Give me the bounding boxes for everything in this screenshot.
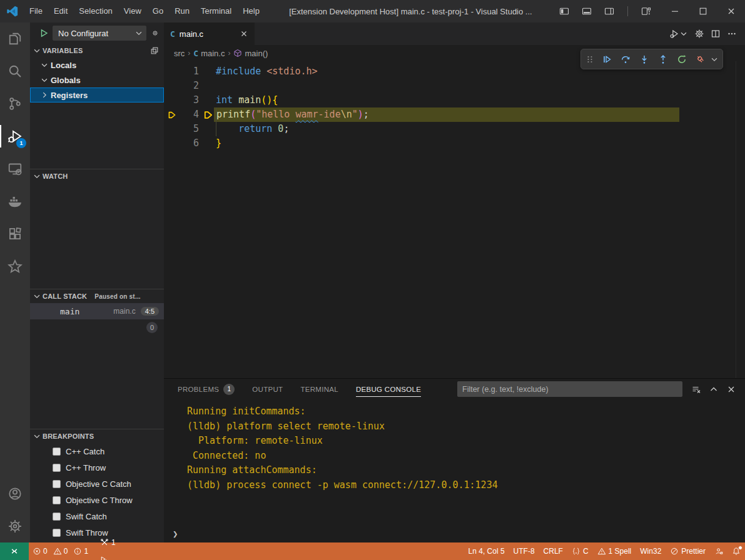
- window-controls: [661, 0, 745, 22]
- sidebar-item-explorer[interactable]: [0, 22, 30, 55]
- menu-help[interactable]: Help: [237, 0, 265, 22]
- breakpoints-header[interactable]: BREAKPOINTS: [30, 429, 164, 443]
- status-feedback[interactable]: [710, 542, 727, 560]
- step-over-button[interactable]: [617, 51, 634, 68]
- breakpoint-row[interactable]: Objective C Catch: [30, 476, 164, 492]
- menu-terminal[interactable]: Terminal: [195, 0, 237, 22]
- console-filter-input[interactable]: [462, 385, 677, 394]
- status-platform[interactable]: Win32: [636, 542, 666, 560]
- breakpoint-gutter[interactable]: [164, 122, 180, 136]
- panel-tab-output[interactable]: OUTPUT: [252, 379, 283, 399]
- breakpoint-checkbox[interactable]: [53, 480, 61, 488]
- status-eol[interactable]: CRLF: [539, 542, 567, 560]
- sidebar-item-favorites[interactable]: [0, 250, 30, 282]
- call-stack-extra-row[interactable]: 0: [30, 319, 164, 336]
- breakpoint-gutter[interactable]: [164, 64, 180, 79]
- maximize-panel-button[interactable]: [709, 384, 719, 394]
- sidebar-item-search[interactable]: [0, 55, 30, 88]
- status-notifications[interactable]: [727, 542, 745, 560]
- breakpoint-checkbox[interactable]: [53, 496, 61, 504]
- panel-tab-debug-console[interactable]: DEBUG CONSOLE: [356, 379, 421, 399]
- menu-file[interactable]: File: [24, 0, 48, 22]
- status-spell-checker[interactable]: 1 Spell: [593, 542, 636, 560]
- collapse-all-icon[interactable]: [150, 46, 159, 55]
- menu-edit[interactable]: Edit: [48, 0, 73, 22]
- breakpoint-checkbox[interactable]: [53, 512, 61, 521]
- settings-button[interactable]: [692, 27, 706, 41]
- status-debug-status[interactable]: [96, 551, 120, 560]
- breakpoint-row[interactable]: Objective C Throw: [30, 492, 164, 508]
- start-debug-button[interactable]: [39, 28, 49, 38]
- sidebar-item-settings[interactable]: [0, 510, 30, 542]
- stack-frame-row[interactable]: mainmain.c4:5: [30, 303, 164, 319]
- call-stack-header[interactable]: CALL STACK Paused on st...: [30, 289, 164, 303]
- toolbar-grip-icon[interactable]: [585, 54, 595, 64]
- status-ports[interactable]: 1: [96, 534, 120, 551]
- breakpoint-gutter[interactable]: [164, 136, 180, 151]
- breakpoint-row[interactable]: C++ Catch: [30, 443, 164, 459]
- sidebar-item-run-and-debug[interactable]: 1: [0, 120, 30, 152]
- menu-view[interactable]: View: [118, 0, 147, 22]
- tab-main-c[interactable]: C main.c: [164, 22, 255, 45]
- step-into-button[interactable]: [636, 51, 652, 68]
- status-cursor-position[interactable]: Ln 4, Col 5: [464, 542, 509, 560]
- status-language-mode[interactable]: C: [567, 542, 593, 560]
- code-token: ;: [363, 108, 369, 122]
- breakpoint-checkbox[interactable]: [53, 529, 61, 537]
- disconnect-button[interactable]: [692, 51, 709, 68]
- breakpoint-gutter[interactable]: [164, 79, 180, 93]
- breakpoint-row[interactable]: Swift Catch: [30, 508, 164, 524]
- breakpoint-checkbox[interactable]: [53, 464, 61, 472]
- debug-config-dropdown[interactable]: No Configurat: [53, 26, 146, 41]
- breadcrumb-item-mainc[interactable]: Cmain.c: [193, 49, 225, 58]
- sidebar-item-extensions[interactable]: [0, 218, 30, 250]
- sidebar-item-accounts[interactable]: [0, 478, 30, 510]
- layout-sidebar-left-button[interactable]: [556, 3, 572, 19]
- layout-sidebar-right-button[interactable]: [601, 3, 617, 19]
- problems-status[interactable]: 001: [29, 547, 96, 556]
- maximize-button[interactable]: [689, 0, 717, 22]
- breakpoint-gutter[interactable]: [164, 93, 180, 108]
- variables-header[interactable]: VARIABLES: [30, 44, 164, 58]
- watch-header[interactable]: WATCH: [30, 169, 164, 183]
- minimize-button[interactable]: [661, 0, 689, 22]
- close-panel-button[interactable]: [726, 384, 736, 394]
- panel-tab-problems[interactable]: PROBLEMS1: [178, 379, 235, 399]
- step-out-button[interactable]: [655, 51, 671, 68]
- run-or-debug-button[interactable]: [667, 27, 690, 41]
- sidebar-item-docker[interactable]: [0, 185, 30, 218]
- status-prettier[interactable]: Prettier: [666, 542, 710, 560]
- debug-toolbar-chevron-icon[interactable]: [710, 55, 719, 64]
- more-actions-button[interactable]: [725, 27, 739, 41]
- breakpoint-row[interactable]: C++ Throw: [30, 459, 164, 476]
- code-editor[interactable]: 1#include <stdio.h>23int main(){4printf(…: [164, 61, 745, 378]
- close-button[interactable]: [717, 0, 745, 22]
- menu-go[interactable]: Go: [147, 0, 169, 22]
- variables-item-registers[interactable]: Registers: [30, 88, 164, 102]
- console-filter[interactable]: [457, 381, 682, 397]
- close-tab-icon[interactable]: [240, 29, 248, 38]
- debug-console-input-row[interactable]: ❯: [164, 525, 745, 542]
- variables-item-locals[interactable]: Locals: [30, 58, 164, 72]
- sidebar-item-remote-explorer[interactable]: [0, 152, 30, 185]
- continue-button[interactable]: [599, 51, 615, 68]
- clear-console-button[interactable]: [691, 384, 701, 394]
- debug-console-output[interactable]: Running initCommands:(lldb) platform sel…: [164, 399, 745, 525]
- breadcrumb-item-main[interactable]: main(): [233, 49, 268, 58]
- sidebar-item-source-control[interactable]: [0, 88, 30, 120]
- panel-tab-terminal[interactable]: TERMINAL: [300, 379, 338, 399]
- breakpoint-gutter[interactable]: [164, 108, 180, 122]
- split-editor-button[interactable]: [709, 27, 722, 41]
- restart-button[interactable]: [674, 51, 690, 68]
- status-encoding[interactable]: UTF-8: [509, 542, 539, 560]
- variables-item-globals[interactable]: Globals: [30, 72, 164, 88]
- launch-settings-gear-icon[interactable]: [150, 28, 160, 38]
- menu-selection[interactable]: Selection: [73, 0, 118, 22]
- customize-layout-button[interactable]: [638, 3, 654, 19]
- breakpoint-checkbox[interactable]: [53, 448, 61, 456]
- menu-run[interactable]: Run: [169, 0, 195, 22]
- breadcrumb-item-src[interactable]: src: [174, 49, 185, 58]
- layout-panel-button[interactable]: [579, 3, 595, 19]
- remote-indicator[interactable]: [0, 542, 29, 560]
- debug-toolbar: [580, 49, 723, 69]
